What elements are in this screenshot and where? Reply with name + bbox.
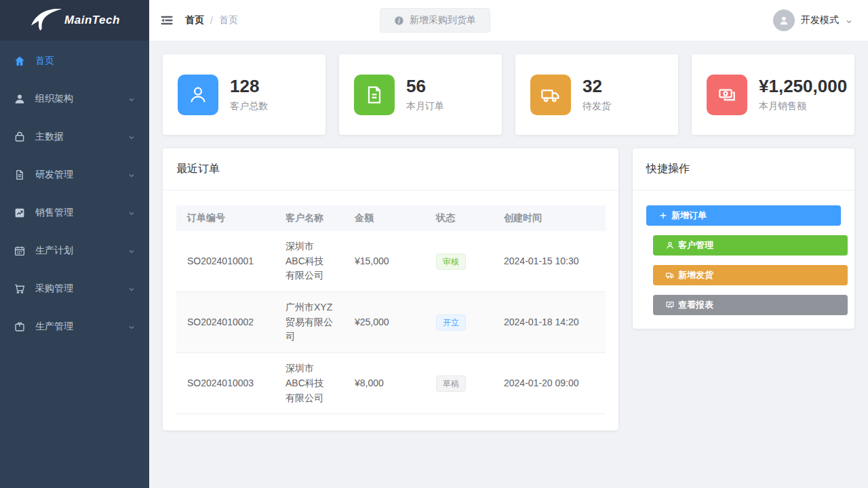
- orders-table: 订单编号 客户名称 金额 状态 创建时间 SO2024010001 深圳市ABC…: [176, 205, 606, 414]
- sidebar-item-organization[interactable]: 组织架构: [0, 80, 149, 118]
- truck-icon: [530, 75, 571, 115]
- status-badge: 开立: [436, 314, 466, 331]
- table-row[interactable]: SO2024010003 深圳市ABC科技有限公司 ¥8,000 草稿 2024…: [176, 353, 606, 414]
- view-reports-label: 查看报表: [678, 299, 713, 311]
- calendar-icon: [14, 245, 26, 257]
- toolbox-icon: [14, 321, 26, 333]
- new-shipment-label: 新增发货: [678, 269, 713, 281]
- recent-orders-title: 最近订单: [163, 148, 618, 190]
- user-mode-label: 开发模式: [801, 14, 839, 26]
- stat-value: 32: [583, 77, 611, 97]
- table-row[interactable]: SO2024010001 深圳市ABC科技有限公司 ¥15,000 审核 202…: [176, 231, 606, 292]
- recent-orders-card: 最近订单 订单编号 客户名称 金额 状态 创建时间: [163, 148, 618, 430]
- stat-card-customers: 128 客户总数: [163, 54, 326, 135]
- new-order-label: 新增订单: [671, 209, 707, 222]
- stat-card-monthly-sales: ¥1,250,000 本月销售额: [692, 54, 854, 135]
- new-purchase-receipt-button[interactable]: 新增采购到货单: [380, 8, 490, 33]
- sidebar-item-label: 研发管理: [35, 169, 127, 181]
- user-icon: [178, 75, 218, 115]
- info-icon: [394, 16, 404, 26]
- breadcrumb: 首页 / 首页: [185, 14, 238, 26]
- table-row[interactable]: SO2024010002 广州市XYZ贸易有限公司 ¥25,000 开立 202…: [176, 292, 606, 353]
- customer-management-button[interactable]: 客户管理: [653, 235, 848, 256]
- view-reports-button[interactable]: 查看报表: [653, 295, 848, 315]
- customer-cell: 深圳市ABC科技有限公司: [275, 353, 344, 414]
- new-order-button[interactable]: 新增订单: [646, 205, 841, 226]
- sidebar-item-sales-management[interactable]: 销售管理: [0, 194, 149, 232]
- customer-cell: 广州市XYZ贸易有限公司: [275, 292, 344, 353]
- sidebar-item-label: 销售管理: [35, 207, 127, 219]
- document-icon: [14, 169, 26, 181]
- home-icon: [14, 55, 26, 67]
- stats-row: 128 客户总数 56 本月订单 32 待发货: [163, 54, 854, 135]
- status-badge: 审核: [436, 253, 466, 270]
- sidebar-item-home[interactable]: 首页: [0, 42, 149, 80]
- chevron-down-icon: [127, 285, 136, 293]
- sidebar-item-production-management[interactable]: 生产管理: [0, 308, 149, 346]
- sidebar-item-purchase-management[interactable]: 采购管理: [0, 270, 149, 308]
- sidebar-item-label: 主数据: [35, 131, 127, 143]
- breadcrumb-separator: /: [210, 15, 213, 26]
- stat-label: 待发货: [583, 100, 611, 113]
- quick-actions-title: 快捷操作: [633, 148, 854, 190]
- sidebar-item-label: 生产管理: [35, 321, 127, 333]
- sidebar-fold-icon[interactable]: [159, 13, 174, 28]
- chevron-down-icon: [127, 133, 136, 141]
- stat-label: 客户总数: [230, 100, 268, 113]
- chevron-down-icon: [127, 323, 136, 331]
- report-board-icon: [665, 300, 675, 310]
- logo-swoosh-icon: [29, 5, 63, 35]
- column-customer: 客户名称: [275, 205, 344, 231]
- chevron-down-icon: [127, 95, 136, 103]
- sidebar-item-label: 组织架构: [35, 93, 127, 105]
- new-purchase-receipt-label: 新增采购到货单: [410, 14, 476, 26]
- user-icon: [665, 241, 675, 250]
- stat-value: 128: [230, 77, 268, 97]
- stat-label: 本月销售额: [759, 100, 847, 113]
- sidebar-menu: 首页 组织架构 主数据 研发管理: [0, 41, 149, 346]
- chevron-down-icon: [127, 247, 136, 255]
- handbag-icon: [14, 131, 26, 143]
- customer-management-label: 客户管理: [678, 239, 713, 251]
- amount-cell: ¥15,000: [344, 231, 425, 292]
- column-status: 状态: [425, 205, 493, 231]
- chevron-down-icon: [127, 209, 136, 217]
- truck-icon: [665, 270, 675, 280]
- sidebar-item-master-data[interactable]: 主数据: [0, 118, 149, 156]
- user-menu[interactable]: 开发模式: [773, 9, 853, 31]
- chevron-down-icon: [845, 16, 853, 24]
- user-icon: [14, 93, 26, 105]
- stat-value: 56: [406, 77, 444, 97]
- stat-label: 本月订单: [406, 100, 444, 113]
- new-shipment-button[interactable]: 新增发货: [653, 265, 848, 285]
- logo-text: MainTech: [64, 14, 120, 27]
- breadcrumb-current: 首页: [219, 14, 238, 26]
- sidebar-item-production-plan[interactable]: 生产计划: [0, 232, 149, 270]
- quick-actions-card: 快捷操作 新增订单 客户管理 新增发货: [633, 148, 854, 329]
- status-badge: 草稿: [436, 375, 466, 392]
- created-cell: 2024-01-20 09:00: [493, 353, 606, 414]
- breadcrumb-home[interactable]: 首页: [185, 14, 204, 26]
- column-created: 创建时间: [493, 205, 606, 231]
- table-header-row: 订单编号 客户名称 金额 状态 创建时间: [176, 205, 606, 231]
- stat-card-orders: 56 本月订单: [339, 54, 502, 135]
- amount-cell: ¥25,000: [344, 292, 425, 353]
- order-no-cell: SO2024010002: [176, 292, 275, 353]
- document-icon: [354, 75, 395, 115]
- created-cell: 2024-01-18 14:20: [493, 292, 606, 353]
- plus-icon: [658, 211, 668, 220]
- sidebar-item-label: 生产计划: [35, 245, 127, 257]
- panels-row: 最近订单 订单编号 客户名称 金额 状态 创建时间: [163, 148, 854, 430]
- sidebar-item-rd-management[interactable]: 研发管理: [0, 156, 149, 194]
- trend-chart-icon: [14, 207, 26, 219]
- topbar: 首页 / 首页 新增采购到货单 开发模式: [149, 0, 868, 41]
- customer-cell: 深圳市ABC科技有限公司: [275, 231, 344, 292]
- column-order-no: 订单编号: [176, 205, 275, 231]
- money-icon: [707, 75, 747, 115]
- sidebar: MainTech 首页 组织架构 主数据: [0, 0, 149, 488]
- avatar: [773, 9, 795, 31]
- order-no-cell: SO2024010001: [176, 231, 275, 292]
- main-area: 首页 / 首页 新增采购到货单 开发模式 12: [149, 0, 868, 488]
- sidebar-item-label: 采购管理: [35, 283, 127, 295]
- created-cell: 2024-01-15 10:30: [493, 231, 606, 292]
